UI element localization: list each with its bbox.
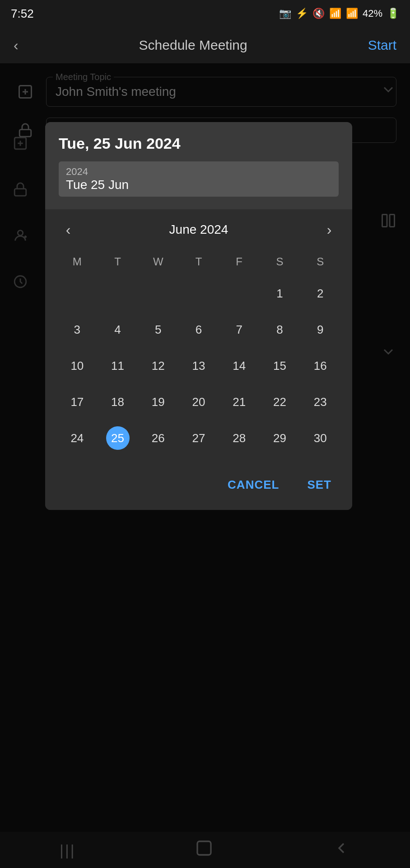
wifi-icon: 📶 xyxy=(329,8,341,19)
camera-icon: 📷 xyxy=(279,8,291,19)
prev-month-button[interactable]: ‹ xyxy=(57,218,79,241)
top-bar: ‹ Schedule Meeting Start xyxy=(0,27,410,63)
cal-day-12[interactable]: 12 xyxy=(138,349,178,383)
calendar-footer: CANCEL SET xyxy=(45,469,352,510)
cal-day-21[interactable]: 21 xyxy=(219,385,260,419)
cal-day-14[interactable]: 14 xyxy=(219,349,260,383)
cal-day-empty xyxy=(138,276,178,311)
cal-day-30[interactable]: 30 xyxy=(300,421,340,455)
battery-percent: 42% xyxy=(363,8,382,19)
cal-day-27[interactable]: 27 xyxy=(178,421,219,455)
calendar-week-5: 24 25 26 27 28 29 30 xyxy=(57,421,340,455)
day-header-tue: T xyxy=(98,252,138,272)
cal-day-empty xyxy=(178,276,219,311)
status-time: 7:52 xyxy=(11,7,34,21)
status-bar: 7:52 📷 ⚡ 🔇 📶 📶 42% 🔋 xyxy=(0,0,410,27)
calendar-day-headers: M T W T F S S xyxy=(57,252,340,272)
cal-day-16[interactable]: 16 xyxy=(300,349,340,383)
battery-icon: 🔋 xyxy=(387,8,399,19)
cal-day-13[interactable]: 13 xyxy=(178,349,219,383)
status-icons: 📷 ⚡ 🔇 📶 📶 42% 🔋 xyxy=(279,8,399,19)
bluetooth-icon: ⚡ xyxy=(296,8,308,19)
cal-day-23[interactable]: 23 xyxy=(300,385,340,419)
cal-day-18[interactable]: 18 xyxy=(98,385,138,419)
calendar-grid: M T W T F S S xyxy=(57,252,340,455)
cal-day-17[interactable]: 17 xyxy=(57,385,98,419)
cal-day-empty xyxy=(57,276,98,311)
day-header-sun: S xyxy=(300,252,340,272)
calendar-week-2: 3 4 5 6 7 8 9 xyxy=(57,312,340,347)
cal-day-28[interactable]: 28 xyxy=(219,421,260,455)
cal-day-1[interactable]: 1 xyxy=(260,276,300,311)
cal-day-26[interactable]: 26 xyxy=(138,421,178,455)
mute-icon: 🔇 xyxy=(312,8,325,19)
calendar-week-3: 10 11 12 13 14 15 16 xyxy=(57,349,340,383)
calendar-weeks: 1 2 3 4 5 6 7 8 9 10 xyxy=(57,276,340,455)
cal-day-10[interactable]: 10 xyxy=(57,349,98,383)
cal-day-4[interactable]: 4 xyxy=(98,312,138,347)
cal-day-5[interactable]: 5 xyxy=(138,312,178,347)
calendar-year-row[interactable]: 2024 Tue 25 Jun xyxy=(59,161,339,197)
calendar-date-short: Tue 25 Jun xyxy=(66,178,331,192)
cal-day-25[interactable]: 25 xyxy=(98,421,138,455)
cal-day-empty xyxy=(98,276,138,311)
cal-day-empty xyxy=(219,276,260,311)
cal-day-15[interactable]: 15 xyxy=(260,349,300,383)
cal-day-24[interactable]: 24 xyxy=(57,421,98,455)
cal-day-2[interactable]: 2 xyxy=(300,276,340,311)
signal-icon: 📶 xyxy=(346,8,358,19)
calendar-selected-date: Tue, 25 Jun 2024 xyxy=(59,135,339,152)
cal-day-29[interactable]: 29 xyxy=(260,421,300,455)
calendar-year: 2024 xyxy=(66,166,331,178)
calendar-week-1: 1 2 xyxy=(57,276,340,311)
calendar-month-title: June 2024 xyxy=(169,222,228,237)
next-month-button[interactable]: › xyxy=(318,218,340,241)
day-header-sat: S xyxy=(260,252,300,272)
day-header-fri: F xyxy=(219,252,260,272)
calendar-week-4: 17 18 19 20 21 22 23 xyxy=(57,385,340,419)
cal-day-3[interactable]: 3 xyxy=(57,312,98,347)
day-header-wed: W xyxy=(138,252,178,272)
day-header-thu: T xyxy=(178,252,219,272)
calendar-body: ‹ June 2024 › M T W T F S S xyxy=(45,209,352,469)
cal-day-9[interactable]: 9 xyxy=(300,312,340,347)
cal-day-19[interactable]: 19 xyxy=(138,385,178,419)
cal-day-11[interactable]: 11 xyxy=(98,349,138,383)
back-button[interactable]: ‹ xyxy=(14,37,19,54)
cal-day-22[interactable]: 22 xyxy=(260,385,300,419)
calendar-month-nav: ‹ June 2024 › xyxy=(57,218,340,241)
cancel-button[interactable]: CANCEL xyxy=(220,473,286,496)
cal-day-20[interactable]: 20 xyxy=(178,385,219,419)
calendar-header: Tue, 25 Jun 2024 2024 Tue 25 Jun xyxy=(45,122,352,209)
page-title: Schedule Meeting xyxy=(139,38,247,53)
start-button[interactable]: Start xyxy=(368,38,396,53)
calendar-dialog: Tue, 25 Jun 2024 2024 Tue 25 Jun ‹ June … xyxy=(45,122,352,510)
cal-day-8[interactable]: 8 xyxy=(260,312,300,347)
day-header-mon: M xyxy=(57,252,98,272)
cal-day-6[interactable]: 6 xyxy=(178,312,219,347)
cal-day-7[interactable]: 7 xyxy=(219,312,260,347)
set-button[interactable]: SET xyxy=(300,473,339,496)
